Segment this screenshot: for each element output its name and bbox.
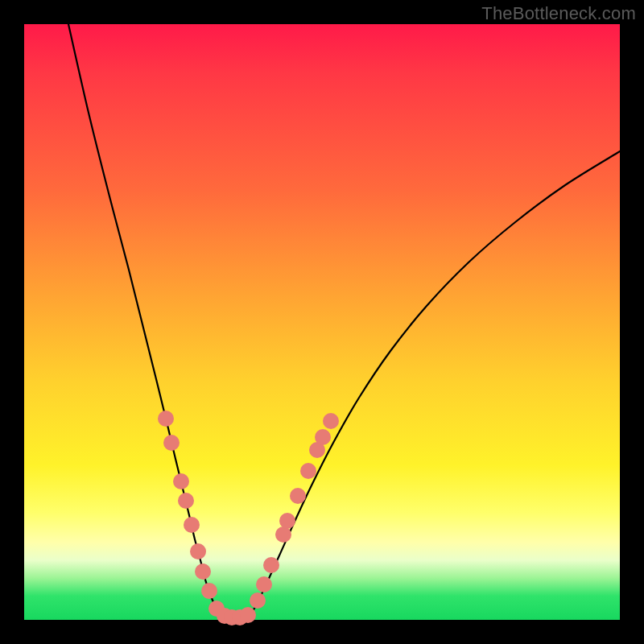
data-marker: [275, 526, 291, 543]
data-marker: [279, 513, 295, 529]
plot-area: [24, 24, 620, 620]
data-marker: [184, 517, 200, 533]
data-marker: [190, 543, 206, 559]
data-marker: [250, 592, 266, 609]
data-marker: [158, 411, 174, 427]
markers-layer: [158, 411, 339, 625]
data-marker: [256, 576, 272, 592]
line-layer: [68, 24, 620, 617]
chart-frame: TheBottleneck.com: [0, 0, 644, 644]
data-marker: [178, 493, 194, 509]
data-marker: [315, 429, 331, 445]
bottleneck-curve: [68, 24, 620, 617]
data-marker: [323, 413, 339, 429]
watermark-text: TheBottleneck.com: [481, 3, 636, 24]
chart-svg: [24, 24, 620, 620]
data-marker: [263, 557, 279, 573]
data-marker: [240, 607, 256, 623]
data-marker: [195, 564, 211, 580]
data-marker: [173, 473, 189, 489]
data-marker: [300, 463, 316, 479]
data-marker: [201, 583, 217, 599]
data-marker: [290, 488, 306, 504]
data-marker: [163, 435, 180, 451]
